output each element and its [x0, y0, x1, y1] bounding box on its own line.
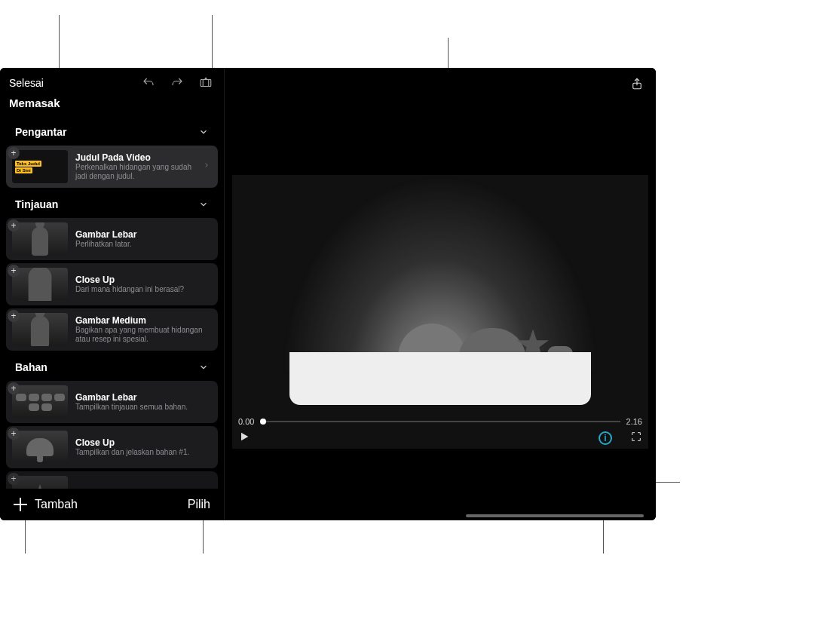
- chevron-down-icon: [198, 199, 209, 210]
- callout-line: [203, 520, 204, 554]
- undo-icon[interactable]: [141, 75, 156, 90]
- thumb-label: Teks Judul: [15, 161, 41, 167]
- section-header-bahan[interactable]: Bahan: [6, 354, 218, 381]
- storyboard-icon[interactable]: [198, 75, 213, 90]
- clip-text: Gambar Lebar Tampilkan tinjauan semua ba…: [75, 392, 212, 412]
- clip-text: Close Up: [75, 487, 212, 489]
- bottom-bar: Tambah Pilih: [0, 489, 224, 520]
- add-clip-icon[interactable]: +: [8, 473, 20, 485]
- add-button[interactable]: Tambah: [14, 498, 78, 511]
- clip-description: Dari mana hidangan ini berasal?: [75, 285, 212, 295]
- add-clip-icon[interactable]: +: [8, 147, 20, 159]
- preview-top-bar: [225, 68, 656, 103]
- clip-thumbnail: [12, 476, 68, 489]
- clip-row[interactable]: + Close Up: [6, 471, 218, 489]
- thumb-label: Di Sini: [15, 167, 32, 173]
- project-title: Memasak: [0, 92, 224, 118]
- chevron-down-icon: [198, 127, 209, 137]
- clip-text: Judul Pada Video Perkenalkan hidangan ya…: [75, 152, 195, 182]
- add-clip-icon[interactable]: +: [8, 428, 20, 440]
- section-title: Bahan: [15, 361, 47, 373]
- bowl-graphic: [289, 352, 591, 405]
- clip-title: Close Up: [75, 437, 212, 448]
- clip-title: Close Up: [75, 487, 212, 489]
- clip-title: Close Up: [75, 274, 212, 285]
- clip-thumbnail: [12, 268, 68, 301]
- fullscreen-icon[interactable]: [630, 431, 642, 446]
- redo-icon[interactable]: [170, 75, 185, 90]
- clip-row[interactable]: + Gambar Lebar Perlihatkan latar.: [6, 218, 218, 260]
- canvas-wrap: 0.00 2.16 i: [225, 103, 656, 520]
- preview-area: 0.00 2.16 i: [225, 68, 656, 520]
- clip-row[interactable]: + Gambar Medium Bagikan apa yang membuat…: [6, 308, 218, 351]
- clip-text: Gambar Lebar Perlihatkan latar.: [75, 229, 212, 250]
- scrub-thumb[interactable]: [260, 419, 266, 425]
- clip-thumbnail: [12, 385, 68, 419]
- clip-row[interactable]: + Teks Judul Di Sini Judul Pada Video Pe…: [6, 146, 218, 188]
- add-clip-icon[interactable]: +: [8, 382, 20, 394]
- clip-row[interactable]: + Gambar Lebar Tampilkan tinjauan semua …: [6, 381, 218, 423]
- play-row: i: [238, 431, 642, 446]
- chevron-right-icon: [203, 160, 212, 173]
- clip-description: Perlihatkan latar.: [75, 240, 212, 250]
- clip-thumbnail: [12, 431, 68, 464]
- clip-description: Tampilkan tinjauan semua bahan.: [75, 403, 212, 412]
- scrub-track[interactable]: [260, 421, 620, 422]
- time-start: 0.00: [238, 417, 254, 426]
- time-end: 2.16: [626, 417, 642, 426]
- add-clip-icon[interactable]: +: [8, 310, 20, 322]
- add-clip-icon[interactable]: +: [8, 265, 20, 277]
- clip-thumbnail: [12, 222, 68, 256]
- scrubber[interactable]: 0.00 2.16: [238, 417, 642, 426]
- svg-marker-2: [241, 432, 248, 440]
- chevron-down-icon: [198, 362, 209, 373]
- clip-text: Close Up Dari mana hidangan ini berasal?: [75, 274, 212, 295]
- clip-thumbnail: Teks Judul Di Sini: [12, 150, 68, 183]
- clip-description: Bagikan apa yang membuat hidangan atau r…: [75, 326, 212, 345]
- clip-description: Tampilkan dan jelaskan bahan #1.: [75, 448, 212, 458]
- section-title: Pengantar: [15, 126, 66, 138]
- share-icon[interactable]: [630, 75, 644, 95]
- add-clip-icon[interactable]: +: [8, 219, 20, 232]
- select-button[interactable]: Pilih: [188, 498, 210, 511]
- top-bar: Selesai: [0, 68, 224, 92]
- clip-description: Perkenalkan hidangan yang sudah jadi den…: [75, 163, 195, 182]
- section-title: Tinjauan: [15, 198, 58, 210]
- callout-line: [212, 15, 213, 74]
- clip-row[interactable]: + Close Up Dari mana hidangan ini berasa…: [6, 263, 218, 305]
- done-button[interactable]: Selesai: [9, 77, 44, 89]
- section-header-tinjauan[interactable]: Tinjauan: [6, 191, 218, 218]
- info-icon[interactable]: i: [599, 431, 612, 445]
- plus-icon: [14, 498, 27, 511]
- sidebar: Selesai Memasak Pengantar +: [0, 68, 225, 520]
- clip-title: Judul Pada Video: [75, 152, 195, 163]
- svg-rect-0: [201, 80, 211, 87]
- clip-title: Gambar Lebar: [75, 229, 212, 240]
- section-header-pengantar[interactable]: Pengantar: [6, 118, 218, 146]
- callout-line: [25, 520, 26, 554]
- clip-text: Gambar Medium Bagikan apa yang membuat h…: [75, 315, 212, 345]
- preview-canvas[interactable]: 0.00 2.16 i: [232, 175, 648, 449]
- clip-thumbnail: [12, 313, 68, 346]
- select-label: Pilih: [188, 498, 210, 511]
- preview-right-controls: i: [599, 431, 642, 446]
- clip-text: Close Up Tampilkan dan jelaskan bahan #1…: [75, 437, 212, 458]
- home-indicator: [466, 514, 644, 517]
- add-label: Tambah: [35, 498, 78, 511]
- clip-row[interactable]: + Close Up Tampilkan dan jelaskan bahan …: [6, 426, 218, 468]
- clip-title: Gambar Lebar: [75, 392, 212, 403]
- sections-list: Pengantar + Teks Judul Di Sini Judul Pad…: [0, 118, 224, 489]
- app-window: Selesai Memasak Pengantar +: [0, 68, 656, 520]
- play-icon[interactable]: [238, 431, 250, 446]
- clip-title: Gambar Medium: [75, 315, 212, 326]
- top-icon-group: [141, 75, 213, 90]
